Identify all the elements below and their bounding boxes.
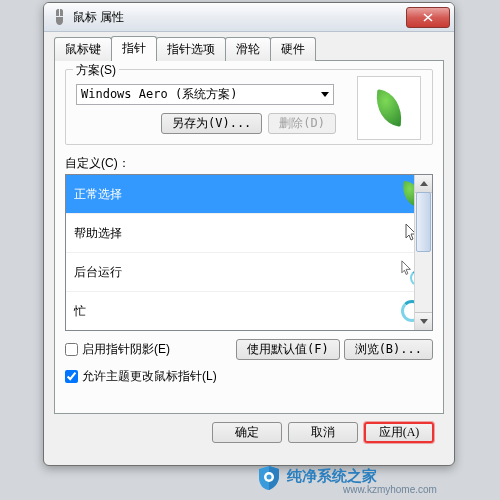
list-item[interactable]: 帮助选择 ? bbox=[66, 214, 432, 253]
list-item-label: 忙 bbox=[74, 303, 400, 320]
svg-point-1 bbox=[267, 475, 272, 480]
cursor-preview bbox=[357, 76, 421, 140]
cursor-listbox[interactable]: 正常选择 帮助选择 ? 后台运行 bbox=[65, 174, 433, 331]
tab-wheel[interactable]: 滑轮 bbox=[225, 37, 271, 61]
dialog-footer: 确定 取消 应用(A) bbox=[54, 414, 444, 443]
tab-pointer-options[interactable]: 指针选项 bbox=[156, 37, 226, 61]
list-item-label: 帮助选择 bbox=[74, 225, 400, 242]
list-item[interactable]: 后台运行 bbox=[66, 253, 432, 292]
scrollbar[interactable] bbox=[414, 175, 432, 330]
scheme-label: 方案(S) bbox=[73, 62, 119, 79]
use-default-button[interactable]: 使用默认值(F) bbox=[236, 339, 340, 360]
tab-strip: 鼠标键 指针 指针选项 滑轮 硬件 bbox=[54, 37, 444, 61]
chevron-down-icon bbox=[321, 92, 329, 97]
shadow-checkbox[interactable] bbox=[65, 343, 78, 356]
allow-theme-label: 允许主题更改鼠标指针(L) bbox=[82, 368, 217, 385]
scheme-value: Windows Aero (系统方案) bbox=[81, 86, 321, 103]
allow-theme-checkbox[interactable] bbox=[65, 370, 78, 383]
tab-pointers[interactable]: 指针 bbox=[111, 36, 157, 61]
mouse-icon bbox=[52, 9, 68, 25]
leaf-cursor-icon bbox=[373, 89, 405, 127]
list-item-label: 后台运行 bbox=[74, 264, 400, 281]
tab-panel-pointers: 方案(S) Windows Aero (系统方案) 另存为(V)... 删除(D… bbox=[54, 60, 444, 414]
tab-buttons[interactable]: 鼠标键 bbox=[54, 37, 112, 61]
titlebar: 鼠标 属性 bbox=[44, 3, 454, 32]
scroll-up-button[interactable] bbox=[415, 175, 432, 193]
tab-hardware[interactable]: 硬件 bbox=[270, 37, 316, 61]
ok-button[interactable]: 确定 bbox=[212, 422, 282, 443]
scheme-group: 方案(S) Windows Aero (系统方案) 另存为(V)... 删除(D… bbox=[65, 69, 433, 145]
scroll-down-button[interactable] bbox=[415, 312, 432, 330]
dialog-body: 鼠标键 指针 指针选项 滑轮 硬件 方案(S) Windows Aero (系统… bbox=[44, 32, 454, 451]
close-button[interactable] bbox=[406, 7, 450, 28]
browse-button[interactable]: 浏览(B)... bbox=[344, 339, 433, 360]
watermark-shield-icon bbox=[255, 464, 283, 492]
save-as-button[interactable]: 另存为(V)... bbox=[161, 113, 262, 134]
shadow-label: 启用指针阴影(E) bbox=[82, 341, 170, 358]
scheme-combo[interactable]: Windows Aero (系统方案) bbox=[76, 84, 334, 105]
delete-button: 删除(D) bbox=[268, 113, 336, 134]
window-title: 鼠标 属性 bbox=[73, 9, 406, 26]
mouse-properties-dialog: 鼠标 属性 鼠标键 指针 指针选项 滑轮 硬件 方案(S) Windows Ae… bbox=[43, 2, 455, 466]
list-item[interactable]: 忙 bbox=[66, 292, 432, 331]
scroll-thumb[interactable] bbox=[416, 192, 431, 252]
watermark-url: www.kzmyhome.com bbox=[343, 484, 437, 495]
apply-button[interactable]: 应用(A) bbox=[364, 422, 434, 443]
custom-label: 自定义(C)： bbox=[65, 155, 433, 172]
list-item-label: 正常选择 bbox=[74, 186, 400, 203]
list-item[interactable]: 正常选择 bbox=[66, 175, 432, 214]
cancel-button[interactable]: 取消 bbox=[288, 422, 358, 443]
